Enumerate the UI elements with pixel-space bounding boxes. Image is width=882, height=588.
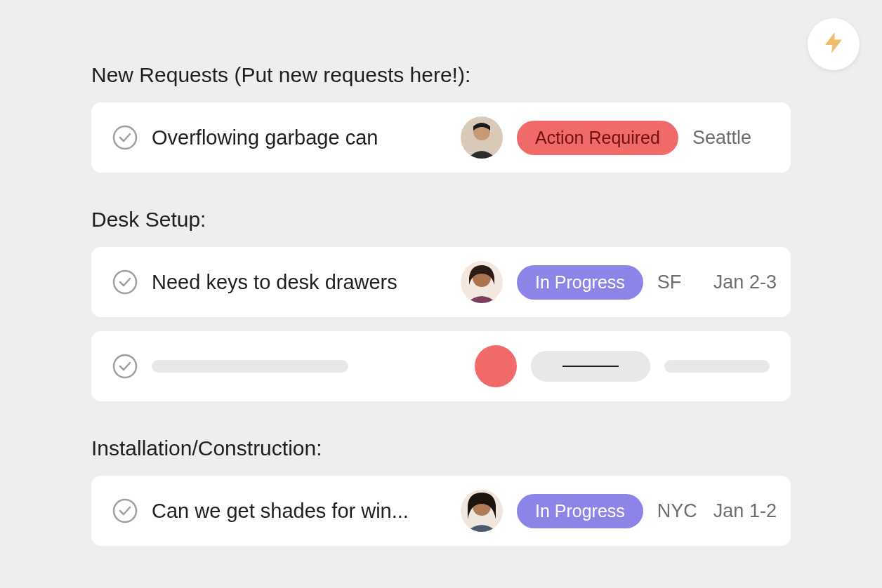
task-row[interactable]: Need keys to desk drawersIn ProgressSFJa… [91, 247, 791, 317]
task-row[interactable]: Can we get shades for win...In ProgressN… [91, 476, 791, 546]
complete-check-icon[interactable] [112, 125, 138, 150]
task-section: Installation/Construction:Can we get sha… [91, 436, 791, 546]
task-title: Overflowing garbage can [152, 126, 447, 149]
task-location: SF [657, 272, 699, 293]
task-title: Can we get shades for win... [152, 500, 447, 523]
lightning-bolt-icon [821, 30, 846, 58]
complete-check-icon[interactable] [112, 354, 138, 379]
status-badge[interactable]: In Progress [517, 494, 643, 528]
status-badge[interactable]: Action Required [517, 121, 678, 155]
section-title: Installation/Construction: [91, 436, 791, 460]
placeholder-status [531, 351, 650, 382]
placeholder-avatar [475, 345, 517, 387]
complete-check-icon[interactable] [112, 498, 138, 523]
task-row[interactable] [91, 331, 791, 401]
svg-point-3 [114, 271, 136, 293]
task-date: Jan 1-2 [713, 500, 777, 522]
task-title: Need keys to desk drawers [152, 271, 447, 294]
assignee-avatar[interactable] [461, 490, 503, 532]
svg-point-7 [114, 500, 136, 522]
placeholder-meta [664, 360, 770, 373]
task-section: New Requests (Put new requests here!):Ov… [91, 63, 791, 173]
assignee-avatar[interactable] [461, 261, 503, 303]
task-location: NYC [657, 500, 699, 522]
task-section: Desk Setup:Need keys to desk drawersIn P… [91, 208, 791, 401]
task-date: Jan 2-3 [713, 272, 777, 293]
placeholder-title [152, 360, 348, 373]
svg-point-6 [114, 355, 136, 377]
svg-point-0 [114, 126, 136, 149]
complete-check-icon[interactable] [112, 269, 138, 295]
section-title: Desk Setup: [91, 208, 791, 232]
task-row[interactable]: Overflowing garbage canAction RequiredSe… [91, 102, 791, 173]
status-badge[interactable]: In Progress [517, 265, 643, 300]
assignee-avatar[interactable] [461, 116, 503, 159]
task-location: Seattle [692, 127, 751, 149]
lightning-fab[interactable] [808, 18, 860, 70]
section-title: New Requests (Put new requests here!): [91, 63, 791, 87]
